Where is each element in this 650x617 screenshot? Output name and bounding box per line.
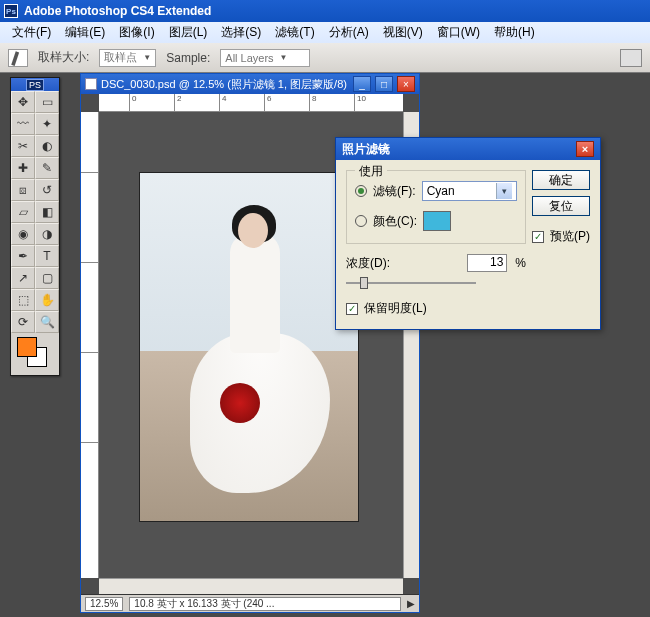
preserve-luminosity-checkbox[interactable] [346, 303, 358, 315]
color-swatch[interactable] [423, 211, 451, 231]
dialog-titlebar[interactable]: 照片滤镜 × [336, 138, 600, 160]
color-swatches [11, 333, 59, 375]
options-extra-icon[interactable] [620, 49, 642, 67]
menu-select[interactable]: 选择(S) [215, 22, 267, 43]
workspace: PS ✥ ▭ 〰 ✦ ✂ ◐ ✚ ✎ ⧇ ↺ ▱ ◧ ◉ ◑ ✒ T ↗ ▢ ⬚ [0, 73, 650, 617]
tool-gradient[interactable]: ◧ [35, 201, 59, 223]
preview-label: 预览(P) [550, 228, 590, 245]
ruler-horizontal[interactable]: 0 2 4 6 8 10 [99, 94, 403, 112]
tool-stamp[interactable]: ⧇ [11, 179, 35, 201]
use-legend: 使用 [355, 163, 387, 180]
menu-edit[interactable]: 编辑(E) [59, 22, 111, 43]
tool-move[interactable]: ✥ [11, 91, 35, 113]
tool-marquee[interactable]: ▭ [35, 91, 59, 113]
tool-wand[interactable]: ✦ [35, 113, 59, 135]
density-unit: % [515, 256, 526, 270]
tool-pen[interactable]: ✒ [11, 245, 35, 267]
doc-info-field[interactable]: 10.8 英寸 x 16.133 英寸 (240 ... [129, 597, 401, 611]
sample-label: Sample: [166, 51, 210, 65]
tool-dodge[interactable]: ◑ [35, 223, 59, 245]
preview-checkbox[interactable] [532, 231, 544, 243]
menu-window[interactable]: 窗口(W) [431, 22, 486, 43]
tool-blur[interactable]: ◉ [11, 223, 35, 245]
ruler-vertical[interactable] [81, 112, 99, 578]
tool-history-brush[interactable]: ↺ [35, 179, 59, 201]
tool-eyedropper[interactable]: ◐ [35, 135, 59, 157]
photo-filter-dialog: 照片滤镜 × 确定 复位 预览(P) 使用 滤镜(F): [335, 137, 601, 330]
menubar: 文件(F) 编辑(E) 图像(I) 图层(L) 选择(S) 滤镜(T) 分析(A… [0, 22, 650, 43]
dialog-title: 照片滤镜 [342, 141, 390, 158]
app-title: Adobe Photoshop CS4 Extended [24, 4, 211, 18]
density-label: 浓度(D): [346, 255, 390, 272]
photo [139, 172, 359, 522]
options-bar: 取样大小: 取样点▼ Sample: All Layers▼ [0, 43, 650, 73]
document-title: DSC_0030.psd @ 12.5% (照片滤镜 1, 图层蒙版/8) [101, 77, 349, 92]
tool-shape[interactable]: ▢ [35, 267, 59, 289]
reset-button[interactable]: 复位 [532, 196, 590, 216]
document-icon [85, 78, 97, 90]
tool-rotate-view[interactable]: ⟳ [11, 311, 35, 333]
titlebar: Ps Adobe Photoshop CS4 Extended [0, 0, 650, 22]
menu-layer[interactable]: 图层(L) [163, 22, 214, 43]
tool-3d[interactable]: ⬚ [11, 289, 35, 311]
app-icon: Ps [4, 4, 18, 18]
preserve-luminosity-label: 保留明度(L) [364, 300, 427, 317]
tools-panel-header[interactable]: PS [11, 78, 59, 91]
dialog-close-button[interactable]: × [576, 141, 594, 157]
tool-type[interactable]: T [35, 245, 59, 267]
zoom-field[interactable]: 12.5% [85, 597, 123, 611]
chevron-down-icon: ▾ [496, 183, 512, 199]
filter-dropdown[interactable]: Cyan ▾ [422, 181, 517, 201]
sample-layer-dropdown[interactable]: All Layers▼ [220, 49, 310, 67]
document-statusbar: 12.5% 10.8 英寸 x 16.133 英寸 (240 ... ▶ [81, 594, 419, 612]
slider-thumb[interactable] [360, 277, 368, 289]
foreground-color-swatch[interactable] [17, 337, 37, 357]
menu-image[interactable]: 图像(I) [113, 22, 160, 43]
doc-close-button[interactable]: × [397, 76, 415, 92]
tool-eraser[interactable]: ▱ [11, 201, 35, 223]
tool-hand[interactable]: ✋ [35, 289, 59, 311]
color-radio[interactable] [355, 215, 367, 227]
tool-crop[interactable]: ✂ [11, 135, 35, 157]
density-input[interactable]: 13 [467, 254, 507, 272]
density-slider[interactable] [346, 276, 476, 290]
statusbar-arrow-icon[interactable]: ▶ [407, 598, 415, 609]
doc-maximize-button[interactable]: □ [375, 76, 393, 92]
filter-radio[interactable] [355, 185, 367, 197]
menu-help[interactable]: 帮助(H) [488, 22, 541, 43]
tools-panel: PS ✥ ▭ 〰 ✦ ✂ ◐ ✚ ✎ ⧇ ↺ ▱ ◧ ◉ ◑ ✒ T ↗ ▢ ⬚ [10, 77, 60, 376]
color-radio-label: 颜色(C): [373, 213, 417, 230]
tool-lasso[interactable]: 〰 [11, 113, 35, 135]
menu-file[interactable]: 文件(F) [6, 22, 57, 43]
app-frame: Ps Adobe Photoshop CS4 Extended 文件(F) 编辑… [0, 0, 650, 617]
sample-size-dropdown[interactable]: 取样点▼ [99, 49, 156, 67]
current-tool-icon[interactable] [8, 49, 28, 67]
doc-minimize-button[interactable]: _ [353, 76, 371, 92]
menu-view[interactable]: 视图(V) [377, 22, 429, 43]
ok-button[interactable]: 确定 [532, 170, 590, 190]
use-group: 使用 滤镜(F): Cyan ▾ 颜色(C): [346, 170, 526, 244]
menu-analysis[interactable]: 分析(A) [323, 22, 375, 43]
sample-size-label: 取样大小: [38, 49, 89, 66]
tool-path[interactable]: ↗ [11, 267, 35, 289]
tool-brush[interactable]: ✎ [35, 157, 59, 179]
menu-filter[interactable]: 滤镜(T) [269, 22, 320, 43]
scrollbar-horizontal[interactable] [99, 578, 403, 594]
filter-radio-label: 滤镜(F): [373, 183, 416, 200]
document-titlebar[interactable]: DSC_0030.psd @ 12.5% (照片滤镜 1, 图层蒙版/8) _ … [81, 74, 419, 94]
tool-heal[interactable]: ✚ [11, 157, 35, 179]
tool-zoom[interactable]: 🔍 [35, 311, 59, 333]
